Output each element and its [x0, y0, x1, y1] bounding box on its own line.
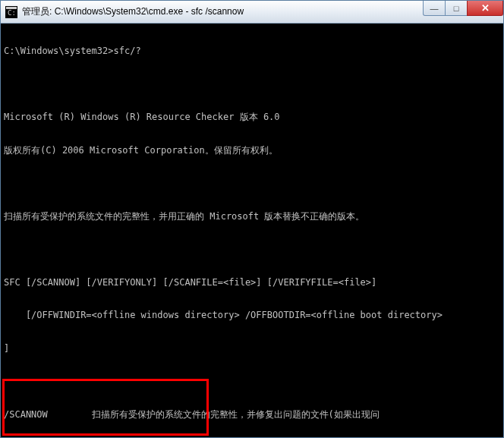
window-controls: — □ ✕ — [424, 1, 503, 16]
blank-line — [1, 376, 503, 387]
blank-line — [1, 79, 503, 90]
cmd-window: C: 管理员: C:\Windows\System32\cmd.exe - sf… — [0, 0, 504, 438]
output-line: 扫描所有受保护的系统文件的完整性，并用正确的 Microsoft 版本替换不正确… — [1, 211, 503, 222]
minimize-button[interactable]: — — [423, 1, 446, 16]
cmd-icon: C: — [5, 6, 17, 18]
output-line: 版权所有(C) 2006 Microsoft Corporation。保留所有权… — [1, 145, 503, 156]
blank-line — [1, 244, 503, 255]
output-line: SFC [/SCANNOW] [/VERIFYONLY] [/SCANFILE=… — [1, 277, 503, 288]
titlebar[interactable]: C: 管理员: C:\Windows\System32\cmd.exe - sf… — [1, 1, 503, 24]
svg-text:C:: C: — [8, 9, 16, 17]
minimize-icon: — — [430, 4, 439, 13]
maximize-icon: □ — [454, 4, 459, 13]
output-line: /SCANNOW 扫描所有受保护的系统文件的完整性，并修复出问题的文件(如果出现… — [1, 409, 503, 421]
prompt-line: C:\Windows\system32>sfc/? — [1, 46, 503, 57]
maximize-button[interactable]: □ — [445, 1, 468, 16]
output-line: ] — [1, 343, 503, 354]
annotation-highlight-box — [2, 379, 209, 436]
close-button[interactable]: ✕ — [467, 1, 503, 16]
terminal-output[interactable]: C:\Windows\system32>sfc/? Microsoft (R) … — [1, 24, 503, 437]
output-line: [/OFFWINDIR=<offline windows directory> … — [1, 310, 503, 321]
close-icon: ✕ — [481, 2, 490, 14]
output-line: Microsoft (R) Windows (R) Resource Check… — [1, 112, 503, 123]
blank-line — [1, 178, 503, 189]
